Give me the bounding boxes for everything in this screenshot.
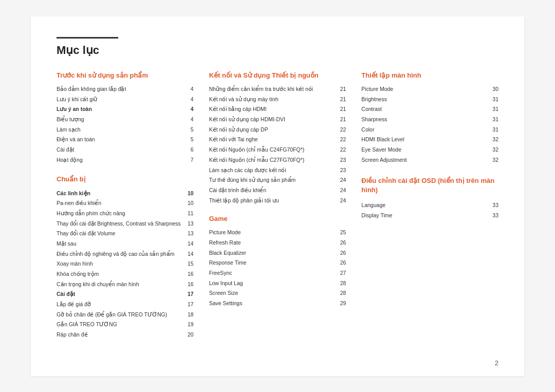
toc-page: 28 xyxy=(336,278,346,288)
toc-label: Kết nối Nguồn (chỉ mẫu C24FG70FQ*) xyxy=(209,145,336,155)
toc-page: 29 xyxy=(336,298,346,309)
toc-page: 6 xyxy=(183,145,194,155)
toc-page: 24 xyxy=(336,195,346,206)
toc-label: Khóa chống trộm xyxy=(57,269,183,279)
toc-label: Thiết lập độ phân giải tối ưu xyxy=(209,195,336,206)
table-row: Hoạt động7 xyxy=(57,155,194,165)
toc-page: 15 xyxy=(183,259,194,269)
toc-page: 30 xyxy=(488,84,498,95)
toc-label: Contrast xyxy=(361,104,488,115)
table-row: Hướng dẫn phím chức năng11 xyxy=(57,208,194,218)
toc-label: Response Time xyxy=(209,258,336,268)
toc-label: Các linh kiện xyxy=(57,188,183,198)
toc-label: Điện và an toàn xyxy=(57,135,183,145)
table-row: Mặt sau14 xyxy=(57,238,194,249)
table-row: Kết nối Nguồn (chỉ mẫu C27FG70FQ*)23 xyxy=(209,155,346,165)
toc-label: Lưu ý khi cất giữ xyxy=(57,94,183,104)
toc-page: 24 xyxy=(336,185,346,195)
toc-label: Screen Adjustment xyxy=(361,155,488,165)
table-row: Screen Size28 xyxy=(209,288,346,298)
toc-page: 33 xyxy=(488,200,498,210)
table-row: Khóa chống trộm16 xyxy=(57,269,194,279)
toc-page: 4 xyxy=(183,94,194,104)
page: Mục lục Trước khi sử dụng sản phẩm Bảo đ… xyxy=(31,16,524,376)
toc-label: Gắn GIÁ TREO TƯỜNG xyxy=(57,320,183,330)
toc-page: 11 xyxy=(183,208,194,218)
toc-label: Screen Size xyxy=(209,288,336,298)
table-row: Bảo đảm không gian lắp đặt4 xyxy=(57,84,194,95)
toc-page: 28 xyxy=(336,288,346,298)
toc-label: Picture Mode xyxy=(361,84,488,95)
toc-page: 14 xyxy=(183,249,194,259)
toc-page: 4 xyxy=(183,84,194,95)
section-title-truoc-khi: Trước khi sử dụng sản phẩm xyxy=(57,71,194,79)
toc-page: 31 xyxy=(488,115,498,125)
toc-page: 32 xyxy=(488,145,498,155)
toc-label: Gỡ bỏ chân đế (Để gắn GIÁ TREO TƯỜNG) xyxy=(57,309,183,320)
toc-page: 33 xyxy=(488,210,498,220)
table-row: Điều chỉnh độ nghiêng và độ cao của sản … xyxy=(57,249,194,259)
section-title-chuan-bi: Chuẩn bị xyxy=(57,175,194,183)
table-row: Picture Mode25 xyxy=(209,228,346,238)
toc-page: 32 xyxy=(488,135,498,145)
toc-label: Cần trọng khi di chuyển màn hình xyxy=(57,279,183,289)
toc-label: Color xyxy=(361,124,488,135)
toc-label: Lưu ý an toàn xyxy=(57,104,183,115)
toc-page: 21 xyxy=(336,115,346,125)
toc-table-ket-noi: Những điểm cần kiểm tra trước khi kết nố… xyxy=(209,84,346,206)
table-row: Refresh Rate26 xyxy=(209,237,346,248)
toc-page: 31 xyxy=(488,94,498,104)
toc-page: 26 xyxy=(336,248,346,258)
table-row: Pa-nen điều khiển10 xyxy=(57,198,194,209)
toc-label: Điều chỉnh độ nghiêng và độ cao của sản … xyxy=(57,249,183,259)
toc-page: 10 xyxy=(183,198,194,209)
toc-page: 26 xyxy=(336,258,346,268)
toc-label: Kết nối sử dụng cáp HDMI-DVI xyxy=(209,115,336,125)
toc-label: Cài đặt xyxy=(57,145,183,155)
table-row: Làm sạch5 xyxy=(57,124,194,135)
toc-label: Làm sạch xyxy=(57,124,183,135)
toc-label: Lắp đế giá đỡ xyxy=(57,300,183,310)
toc-page: 31 xyxy=(488,104,498,115)
table-row: Cài đặt17 xyxy=(57,289,194,300)
table-row: HDMI Black Level32 xyxy=(361,135,498,145)
col-2: Kết nối và Sử dụng Thiết bị nguồn Những … xyxy=(209,71,362,340)
table-row: Sharpness31 xyxy=(361,115,498,125)
toc-label: Mặt sau xyxy=(57,238,183,249)
table-row: Black Equalizer26 xyxy=(209,248,346,258)
section-title-dieu-chinh: Điều chỉnh cài đặt OSD (hiển thị trên mà… xyxy=(361,176,498,195)
toc-label: Kết nối Nguồn (chỉ mẫu C27FG70FQ*) xyxy=(209,155,336,165)
toc-page: 19 xyxy=(183,320,194,330)
table-row: Xoay màn hình15 xyxy=(57,259,194,269)
toc-page: 26 xyxy=(336,237,346,248)
table-row: Tư thế đúng khi sử dụng sản phẩm24 xyxy=(209,175,346,185)
table-row: Cần trọng khi di chuyển màn hình16 xyxy=(57,279,194,289)
table-row: FreeSync27 xyxy=(209,268,346,278)
toc-page: 24 xyxy=(336,175,346,185)
table-row: Làm sạch các cáp được kết nối23 xyxy=(209,165,346,175)
toc-label: Refresh Rate xyxy=(209,237,336,248)
toc-table-chuan-bi: Các linh kiện10Pa-nen điều khiển10Hướng … xyxy=(57,188,194,340)
toc-label: Low Input Lag xyxy=(209,278,336,288)
toc-page: 5 xyxy=(183,135,194,145)
top-rule xyxy=(57,37,118,39)
table-row: Kết nối sử dụng cáp DP22 xyxy=(209,124,346,135)
toc-page: 22 xyxy=(336,135,346,145)
table-row: Lưu ý an toàn4 xyxy=(57,104,194,115)
toc-label: Biểu tượng xyxy=(57,115,183,125)
toc-page: 23 xyxy=(336,165,346,175)
toc-page: 32 xyxy=(488,155,498,165)
toc-page: 23 xyxy=(336,155,346,165)
toc-page: 21 xyxy=(336,104,346,115)
toc-label: Ráp chân đế xyxy=(57,330,183,340)
toc-label: Language xyxy=(361,200,488,210)
toc-page: 4 xyxy=(183,104,194,115)
toc-label: Xoay màn hình xyxy=(57,259,183,269)
toc-page: 27 xyxy=(336,268,346,278)
toc-label: Làm sạch các cáp được kết nối xyxy=(209,165,336,175)
toc-label: Thay đổi cài đặt Volume xyxy=(57,229,183,239)
toc-page: 22 xyxy=(336,124,346,135)
toc-page: 13 xyxy=(183,218,194,229)
toc-table-thiet-lap: Picture Mode30Brightness31Contrast31Shar… xyxy=(361,84,498,165)
table-row: Kết nối và sử dụng máy tính21 xyxy=(209,94,346,104)
